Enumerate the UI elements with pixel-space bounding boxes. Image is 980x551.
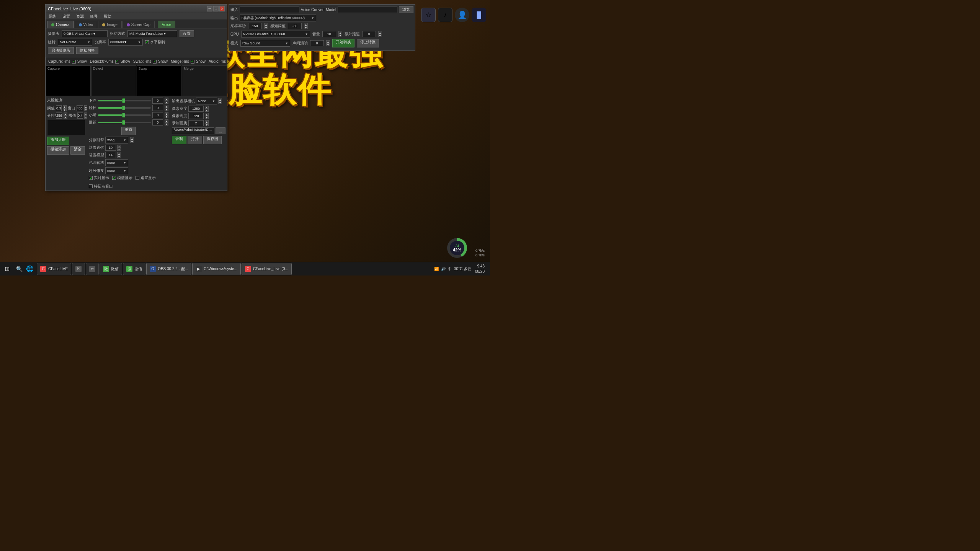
threshold-input[interactable]: 0.3	[56, 105, 62, 111]
record-quality-input[interactable]: 2	[188, 120, 204, 126]
eye-slider[interactable]	[98, 122, 151, 123]
taskbar-app-obs[interactable]: O OBS 30.2.2 - 配...	[146, 263, 191, 275]
room-up[interactable]: ▲	[326, 40, 330, 43]
chin-value[interactable]: 0	[152, 98, 163, 104]
super-res-select[interactable]: none ▼	[105, 167, 128, 174]
privacy-button[interactable]: 隐私切换	[76, 47, 98, 54]
mask-iter-up[interactable]: ▲	[117, 145, 121, 148]
menu-system[interactable]: 系统	[47, 14, 58, 19]
reset-button[interactable]: 重置	[121, 127, 136, 135]
mask-iter-input[interactable]: 10	[105, 145, 116, 151]
room-down[interactable]: ▼	[326, 43, 330, 46]
minimize-button[interactable]: ─	[207, 6, 212, 11]
mask-model-up[interactable]: ▲	[117, 152, 121, 155]
threshold-up[interactable]: ▲	[63, 105, 67, 108]
pw-up[interactable]: ▲	[205, 106, 209, 109]
tab-voice[interactable]: Voice	[158, 21, 175, 28]
start-camera-button[interactable]: 启动摄像头	[48, 47, 74, 54]
clear-button[interactable]: 清空	[70, 146, 85, 155]
sense-down[interactable]: ▼	[304, 26, 308, 29]
virtual-cam-select[interactable]: None ▼	[196, 98, 217, 104]
window-input[interactable]: 480	[77, 105, 83, 111]
capture-show-checkbox[interactable]	[72, 60, 76, 64]
pixel-h-input[interactable]: 720	[188, 113, 204, 119]
ime-icon[interactable]: 中	[448, 266, 452, 272]
gpu-select[interactable]: NVIDIA GeForce RTX 3060 ▼	[241, 31, 310, 37]
record-button[interactable]: 录制	[172, 136, 186, 144]
sense-up[interactable]: ▲	[304, 23, 308, 26]
start-convert-button[interactable]: 开始转换	[332, 39, 354, 47]
taskbar-app-wechat-k[interactable]: K	[72, 263, 85, 275]
browse-path-button[interactable]: ...	[216, 127, 225, 134]
settings-button[interactable]: 设置	[180, 30, 194, 37]
start-button[interactable]: ⊞	[0, 262, 14, 276]
rq-down[interactable]: ▼	[205, 123, 209, 126]
path-input[interactable]: /Users/Administrator/Desktop/20	[172, 127, 214, 134]
menu-help[interactable]: 帮助	[102, 14, 113, 19]
network-icon[interactable]: 📶	[434, 267, 439, 271]
mode-select[interactable]: Raw Sound ▼	[240, 40, 290, 47]
chin-slider[interactable]	[98, 100, 151, 101]
threshold-down[interactable]: ▼	[63, 108, 67, 111]
search-button[interactable]: 🔍	[14, 262, 24, 276]
mouth-value[interactable]: 0	[152, 112, 163, 118]
tiktok-icon[interactable]: ♪	[438, 8, 452, 22]
hflip-checkbox[interactable]	[145, 40, 149, 44]
facelength-up[interactable]: ▲	[165, 105, 168, 108]
taskbar-app-cmd[interactable]: ▶ C:\Windows\syste...	[192, 263, 241, 275]
seg-up[interactable]: ▲	[130, 137, 134, 140]
menu-account[interactable]: 账号	[88, 14, 99, 19]
rotate-select[interactable]: Not Rotate ▼	[58, 39, 92, 46]
hflip-checkbox-row[interactable]: 水平翻转	[145, 39, 165, 45]
edge-icon[interactable]: 🌐	[24, 264, 35, 274]
cancel-add-button[interactable]: 撤销添加	[47, 146, 69, 155]
delay-up[interactable]: ▲	[378, 31, 382, 34]
feature-pts-check[interactable]: 特征点窗口	[89, 184, 113, 189]
mask-model-input[interactable]: 14	[105, 152, 116, 158]
eye-down[interactable]: ▼	[165, 122, 168, 126]
sample-down[interactable]: ▼	[264, 26, 268, 29]
facelength-slider[interactable]	[98, 107, 151, 109]
save-image-button[interactable]: 保存图	[203, 136, 222, 144]
mask-model-down[interactable]: ▼	[117, 155, 121, 158]
facelength-down[interactable]: ▼	[165, 108, 168, 111]
stop-convert-button[interactable]: 停止转换	[357, 39, 379, 47]
ph-down[interactable]: ▼	[205, 116, 209, 119]
voice-model-input[interactable]	[338, 6, 397, 13]
color-transfer-select[interactable]: none ▼	[105, 159, 128, 166]
swap-show-checkbox[interactable]	[153, 60, 157, 64]
close-button[interactable]: ✕	[219, 6, 225, 11]
vcam-down[interactable]: ▼	[218, 101, 222, 104]
mouth-slider[interactable]	[98, 114, 151, 116]
taskbar-app-cfacelive[interactable]: C CFaceLIVE	[37, 263, 71, 275]
sense-input[interactable]: -30	[288, 23, 302, 29]
model-show-check[interactable]: 模型显示	[112, 175, 132, 181]
ph-up[interactable]: ▲	[205, 113, 209, 116]
facelength-value[interactable]: 0	[152, 105, 163, 111]
segment-select[interactable]: xseg ▼	[105, 137, 128, 143]
room-input[interactable]: 0	[310, 40, 324, 46]
delay-input[interactable]: 0	[362, 31, 376, 37]
volume-icon[interactable]: 🔊	[441, 267, 446, 271]
taskbar-app-clipboard[interactable]: ✂	[86, 263, 99, 275]
taskbar-clock[interactable]: 9:43 08/20	[473, 264, 487, 274]
drive-select[interactable]: MS Media Foundation▼	[127, 30, 177, 37]
tab-screencap[interactable]: ScreenCap	[122, 21, 155, 28]
star-icon[interactable]: ☆	[421, 8, 436, 22]
pw-down[interactable]: ▼	[205, 109, 209, 112]
mouth-down[interactable]: ▼	[165, 115, 168, 118]
rate-input[interactable]: 256	[56, 112, 62, 119]
chin-down[interactable]: ▼	[165, 101, 168, 104]
taskbar-app-wechat2[interactable]: 微 微信	[123, 263, 145, 275]
tab-image[interactable]: Image	[98, 21, 122, 28]
vol-up[interactable]: ▲	[338, 31, 342, 34]
detect-show-checkbox[interactable]	[115, 60, 119, 64]
chin-up[interactable]: ▲	[165, 98, 168, 101]
camera-select[interactable]: 0:OBS Virtual Cam▼	[62, 30, 108, 37]
user-avatar[interactable]: 👤	[455, 8, 469, 22]
rate-up[interactable]: ▲	[64, 112, 67, 116]
resolution-select[interactable]: 800×600▼ ▼	[108, 39, 143, 46]
open-button[interactable]: 打开	[188, 136, 202, 144]
maximize-button[interactable]: □	[213, 6, 219, 11]
vol-down[interactable]: ▼	[338, 34, 342, 37]
